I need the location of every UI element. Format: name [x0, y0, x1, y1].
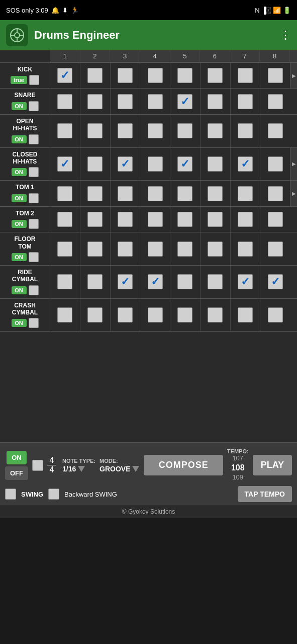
- snare-beat-8-box[interactable]: [268, 94, 283, 109]
- kick-beat-1[interactable]: [50, 63, 80, 88]
- tom2-label-cell: TOM 2 ON: [0, 207, 50, 232]
- crash-cymbal-controls: ON: [12, 318, 39, 328]
- note-type-label: NOTE TYPE:: [62, 458, 95, 464]
- kick-beat-3[interactable]: [111, 63, 141, 88]
- snare-beat-1-box[interactable]: [57, 94, 72, 109]
- swing-label: SWING: [21, 491, 43, 498]
- menu-icon[interactable]: ⋮: [280, 29, 291, 42]
- floor-tom-label-cell: FLOOR TOM ON: [0, 232, 50, 265]
- copyright: © Gyokov Solutions: [0, 505, 297, 518]
- runner-icon: 🏃: [71, 7, 79, 14]
- crash-cymbal-label-cell: CRASH CYMBAL ON: [0, 299, 50, 332]
- snare-beat-5-box[interactable]: [177, 94, 192, 109]
- backward-swing-checkbox[interactable]: [48, 489, 59, 500]
- open-hihats-controls: ON: [12, 134, 39, 144]
- snare-beat-2-box[interactable]: [87, 94, 103, 109]
- closed-hihats-label-cell: CLOSED HI-HATS ON: [0, 148, 50, 181]
- tom1-mute-checkbox[interactable]: [29, 193, 39, 203]
- tom2-on-button[interactable]: ON: [12, 220, 27, 228]
- play-button[interactable]: PLAY: [253, 455, 292, 475]
- kick-controls: true: [11, 75, 39, 85]
- open-hihats-mute-checkbox[interactable]: [29, 134, 39, 144]
- app-icon: [6, 24, 28, 46]
- ride-cymbal-name: RIDE CYMBAL: [12, 269, 38, 283]
- kick-beat-4[interactable]: [140, 63, 170, 88]
- floor-tom-beats: [50, 232, 290, 265]
- kick-beat-8[interactable]: [260, 63, 290, 88]
- open-hihats-beats: [50, 115, 290, 147]
- snare-beat-4-box[interactable]: [148, 94, 163, 109]
- grid-container: 1 2 3 4 5 6 7 8 KICK true: [0, 50, 297, 442]
- crash-cymbal-name: CRASH CYMBAL: [12, 302, 38, 316]
- mode-value: GROOVE: [100, 465, 130, 473]
- kick-beat-8-box[interactable]: [268, 68, 283, 83]
- status-left: SOS only 3:09 🔔 ⬇ 🏃: [6, 7, 79, 14]
- backward-swing-label: Backward SWING: [64, 491, 117, 498]
- kick-label-cell: KICK true: [0, 63, 50, 88]
- tom1-controls: ON: [12, 193, 39, 203]
- ride-cymbal-on-button[interactable]: ON: [12, 286, 27, 294]
- compose-button[interactable]: COMPOSE: [144, 455, 223, 475]
- bottom-bar: ON OFF 4 4 NOTE TYPE: 1/16 MODE: GROOVE: [0, 442, 297, 505]
- snare-label-cell: SNARE ON: [0, 89, 50, 114]
- nfc-icon: N: [255, 7, 259, 14]
- status-right: N ▐░ 📶 🔋: [255, 7, 291, 14]
- kick-row: KICK true ▶: [0, 63, 297, 89]
- snare-mute-checkbox[interactable]: [29, 101, 39, 111]
- crash-cymbal-on-button[interactable]: ON: [12, 319, 27, 327]
- tom1-beats: [50, 181, 290, 206]
- app-title: Drums Engineer: [34, 29, 274, 42]
- closed-hihats-scroll[interactable]: ▶: [290, 148, 297, 181]
- tom2-name: TOM 2: [16, 210, 34, 217]
- floor-tom-name: FLOOR TOM: [15, 235, 36, 250]
- floor-tom-mute-checkbox[interactable]: [29, 252, 39, 262]
- snare-beat-6-box[interactable]: [208, 94, 223, 109]
- beat-col-8: 8: [260, 50, 290, 62]
- kick-beat-6[interactable]: [201, 63, 231, 88]
- kick-beat-5-box[interactable]: [177, 68, 192, 83]
- kick-beat-7[interactable]: [231, 63, 261, 88]
- snare-name: SNARE: [14, 92, 35, 99]
- kick-scroll[interactable]: ▶: [290, 63, 297, 88]
- kick-mute-checkbox[interactable]: [29, 75, 39, 85]
- tom2-mute-checkbox[interactable]: [29, 219, 39, 229]
- tom1-on-button[interactable]: ON: [12, 194, 27, 202]
- bottom-small-checkbox[interactable]: [32, 460, 43, 471]
- closed-hihats-name: CLOSED HI-HATS: [12, 151, 37, 166]
- open-hihats-on-button[interactable]: ON: [12, 135, 27, 143]
- note-type-dropdown-icon[interactable]: [77, 465, 85, 473]
- tom2-controls: ON: [12, 219, 39, 229]
- time-sig-bottom: 4: [50, 466, 54, 474]
- closed-hihats-on-button[interactable]: ON: [12, 168, 27, 176]
- ride-cymbal-beats: [50, 266, 290, 298]
- beat-col-4: 4: [140, 50, 170, 62]
- closed-hihats-controls: ON: [12, 167, 39, 177]
- kick-beat-2-box[interactable]: [87, 68, 103, 83]
- closed-hihats-mute-checkbox[interactable]: [29, 167, 39, 177]
- snare-beat-3-box[interactable]: [118, 94, 133, 109]
- kick-beat-3-box[interactable]: [118, 68, 133, 83]
- swing-checkbox[interactable]: [5, 489, 16, 500]
- kick-beat-4-box[interactable]: [148, 68, 163, 83]
- open-hihats-row: OPEN HI-HATS ON ▶: [0, 115, 297, 148]
- beat-col-6: 6: [200, 50, 230, 62]
- kick-beat-6-box[interactable]: [208, 68, 223, 83]
- kick-beat-2[interactable]: [80, 63, 111, 88]
- tap-tempo-button[interactable]: TAP TEMPO: [238, 486, 292, 502]
- tom1-scroll[interactable]: ▶: [290, 181, 297, 206]
- ride-cymbal-mute-checkbox[interactable]: [29, 285, 39, 295]
- snare-on-button[interactable]: ON: [12, 102, 27, 110]
- ride-cymbal-controls: ON: [12, 285, 39, 295]
- kick-beat-1-box[interactable]: [57, 68, 72, 83]
- snare-beat-7-box[interactable]: [238, 94, 253, 109]
- crash-cymbal-mute-checkbox[interactable]: [29, 318, 39, 328]
- mode-dropdown-icon[interactable]: [132, 465, 140, 473]
- kick-beat-5[interactable]: [170, 63, 201, 88]
- global-on-button[interactable]: ON: [7, 451, 27, 464]
- snare-row: SNARE ON ▶: [0, 89, 297, 114]
- kick-on-button[interactable]: true: [11, 76, 27, 84]
- mode-label: MODE:: [100, 458, 140, 464]
- kick-beat-7-box[interactable]: [238, 68, 253, 83]
- global-off-button[interactable]: OFF: [5, 466, 28, 480]
- floor-tom-on-button[interactable]: ON: [12, 253, 27, 261]
